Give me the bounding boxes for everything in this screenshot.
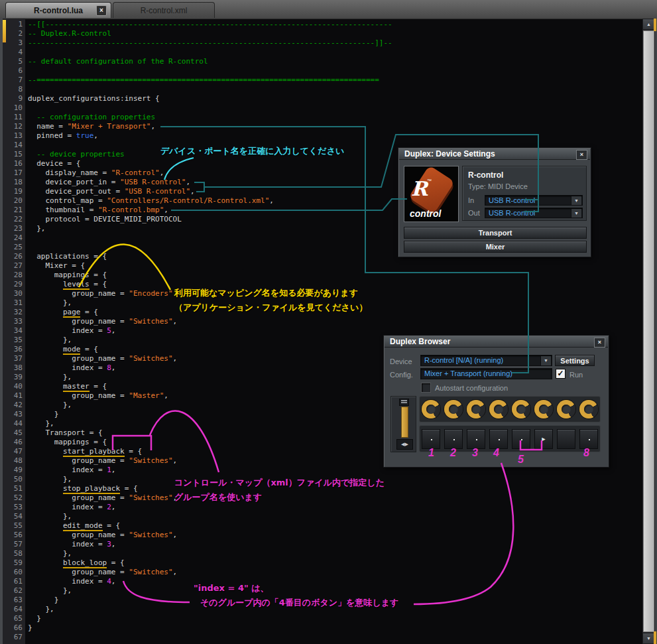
pad-button[interactable] — [444, 429, 463, 449]
run-checkbox[interactable]: ✓ — [556, 369, 566, 379]
code-line[interactable]: 34 index = 5, — [3, 326, 643, 336]
line-number: 63 — [3, 596, 28, 605]
code-line[interactable]: 13 pinned = true, — [3, 131, 643, 141]
device-settings-titlebar[interactable]: Duplex: Device Settings × — [399, 149, 590, 160]
code-line[interactable]: 59 block_loop = { — [3, 558, 643, 568]
scrollbar-thumb[interactable] — [643, 31, 654, 632]
line-number: 56 — [3, 531, 28, 540]
page-left-right-button[interactable]: ◀▶ — [396, 439, 413, 450]
note-line: コントロール・マップ（xml）ファイル内で指定した — [174, 476, 385, 490]
pad-button[interactable] — [512, 429, 530, 449]
midi-in-value: USB R-control — [489, 196, 535, 204]
code-line[interactable]: 54 }, — [3, 512, 643, 521]
chevron-down-icon[interactable]: ▼ — [571, 196, 581, 205]
close-icon[interactable]: × — [576, 150, 587, 160]
rotary-knob[interactable] — [579, 400, 598, 419]
settings-button[interactable]: Settings — [555, 355, 595, 366]
rotary-knob[interactable] — [489, 400, 508, 419]
code-line[interactable]: 65 } — [3, 614, 643, 623]
rotary-knob[interactable] — [422, 400, 440, 419]
device-select[interactable]: R-control [N/A] (running) ▼ — [420, 355, 552, 366]
pad-button[interactable] — [422, 429, 440, 449]
line-number: 45 — [3, 428, 28, 438]
fader-value-bar[interactable] — [401, 407, 408, 438]
code-line[interactable]: 66} — [3, 623, 643, 633]
code-line[interactable]: 12 name = "Mixer + Transport", — [3, 122, 643, 131]
line-number: 19 — [3, 187, 28, 196]
code-line[interactable]: 11 -- configuration properties — [3, 113, 643, 122]
pad-dot — [499, 439, 500, 440]
fader-handle[interactable] — [399, 399, 409, 406]
note-mapping-names: 利用可能なマッピング名を知る必要があります （アプリケーション・ファイルを見てく… — [174, 286, 367, 315]
code-line[interactable]: 9duplex_configurations:insert { — [3, 94, 643, 103]
code-line[interactable]: 1--[[-----------------------------------… — [3, 20, 643, 29]
config-select[interactable]: Mixer + Transport (running) — [420, 368, 552, 379]
code-line[interactable]: 55 edit_mode = { — [3, 521, 643, 531]
midi-in-dropdown[interactable]: USB R-control ▼ — [485, 195, 583, 206]
line-number: 29 — [3, 280, 28, 289]
rotary-knob[interactable] — [444, 400, 463, 419]
line-number: 36 — [3, 345, 28, 354]
vertical-scrollbar[interactable]: ▲ ▼ — [642, 19, 655, 644]
line-number: 43 — [3, 410, 28, 419]
pad-button[interactable] — [579, 429, 598, 449]
code-line[interactable]: 60 group_name = "Switches", — [3, 568, 643, 577]
pad-button[interactable] — [467, 429, 485, 449]
chevron-down-icon[interactable]: ▼ — [540, 356, 551, 365]
code-line[interactable]: 7--=====================================… — [3, 76, 643, 85]
line-number: 54 — [3, 512, 28, 521]
code-line[interactable]: 2-- Duplex.R-control — [3, 29, 643, 38]
code-line[interactable]: 3---------------------------------------… — [3, 38, 643, 48]
close-tab-icon[interactable]: × — [96, 5, 107, 16]
code-line[interactable]: 10 — [3, 103, 643, 113]
code-line[interactable]: 5-- default configuration of the R-contr… — [3, 57, 643, 66]
mixer-button[interactable]: Mixer — [404, 241, 587, 253]
line-number: 40 — [3, 382, 28, 391]
code-line[interactable]: 27 Mixer = { — [3, 261, 643, 271]
code-line[interactable]: 28 mappings = { — [3, 271, 643, 280]
rotary-knob[interactable] — [557, 400, 575, 419]
code-line[interactable]: 57 index = 3, — [3, 540, 643, 549]
duplex-browser-titlebar[interactable]: Duplex Browser × — [385, 336, 608, 348]
line-number: 53 — [3, 503, 28, 512]
code-line[interactable]: 8 — [3, 85, 643, 94]
midi-out-dropdown[interactable]: USB R-control ▼ — [485, 208, 583, 218]
pad-dot — [476, 439, 477, 440]
pad-button-play[interactable]: ► — [534, 429, 553, 449]
device-settings-dialog[interactable]: Duplex: Device Settings × R ™ control R-… — [398, 147, 591, 257]
line-number: 37 — [3, 354, 28, 363]
code-line[interactable]: 58 }, — [3, 549, 643, 558]
tab-r-control-lua[interactable]: R-control.lua × — [5, 2, 111, 18]
autostart-checkbox[interactable] — [421, 383, 431, 393]
rotary-knob[interactable] — [512, 400, 530, 419]
midi-out-value: USB R-control — [489, 209, 535, 217]
play-icon: ► — [535, 430, 552, 448]
code-line[interactable]: 33 group_name = "Switches", — [3, 317, 643, 326]
line-number: 57 — [3, 540, 28, 549]
code-line[interactable]: 67 — [3, 633, 643, 642]
config-select-value: Mixer + Transport (running) — [424, 369, 512, 377]
logo-r-glyph: R — [411, 177, 428, 200]
line-number: 9 — [3, 94, 28, 103]
line-number: 16 — [3, 159, 28, 168]
pad-button[interactable] — [489, 429, 508, 449]
code-editor[interactable]: 1--[[-----------------------------------… — [3, 20, 643, 642]
line-number: 50 — [3, 475, 28, 484]
note-index-meaning: "index = 4" は、 そのグループ内の「4番目のボタン」を意味します — [194, 581, 398, 610]
tab-r-control-xml[interactable]: R-control.xml — [113, 2, 215, 18]
chevron-down-icon[interactable]: ▼ — [571, 209, 581, 218]
rotary-knob[interactable] — [534, 400, 553, 419]
line-number: 32 — [3, 308, 28, 317]
pad-button[interactable] — [557, 429, 575, 449]
code-line[interactable]: 6 — [3, 66, 643, 76]
line-number: 34 — [3, 326, 28, 336]
code-line[interactable]: 56 group_name = "Switches", — [3, 531, 643, 540]
line-number: 39 — [3, 373, 28, 382]
line-number: 27 — [3, 261, 28, 271]
line-number: 21 — [3, 206, 28, 215]
close-icon[interactable]: × — [594, 338, 605, 348]
code-line[interactable]: 4 — [3, 48, 643, 57]
transport-button[interactable]: Transport — [404, 227, 587, 239]
rotary-knob[interactable] — [467, 400, 485, 419]
line-number: 66 — [3, 623, 28, 633]
